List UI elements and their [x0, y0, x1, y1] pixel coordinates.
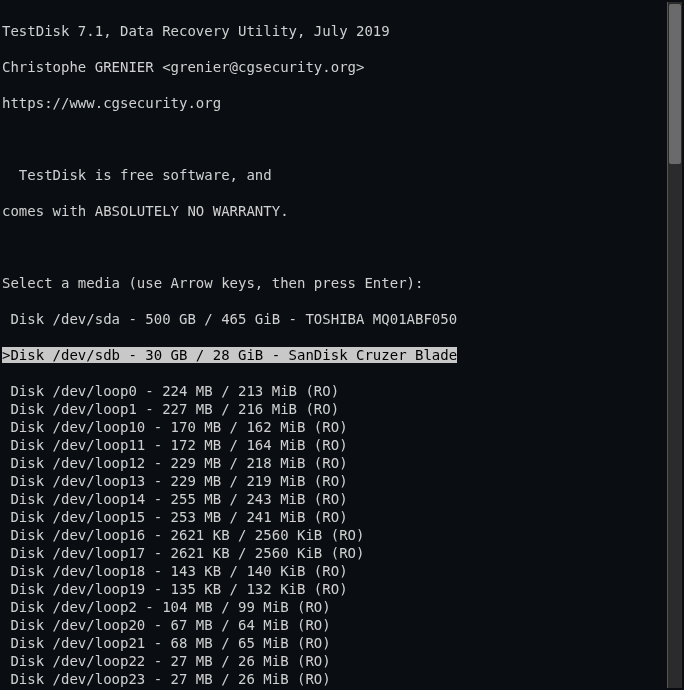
author-line: Christophe GRENIER <grenier@cgsecurity.o…	[2, 58, 684, 76]
media-item[interactable]: Disk /dev/loop16 - 2621 KB / 2560 KiB (R…	[2, 526, 684, 544]
media-item[interactable]: Disk /dev/loop20 - 67 MB / 64 MiB (RO)	[2, 616, 684, 634]
media-item-selected[interactable]: >Disk /dev/sdb - 30 GB / 28 GiB - SanDis…	[2, 346, 684, 364]
media-item[interactable]: Disk /dev/loop12 - 229 MB / 218 MiB (RO)	[2, 454, 684, 472]
prompt: Select a media (use Arrow keys, then pre…	[2, 274, 684, 292]
url-line: https://www.cgsecurity.org	[2, 94, 684, 112]
media-item[interactable]: Disk /dev/loop1 - 227 MB / 216 MiB (RO)	[2, 400, 684, 418]
media-item[interactable]: Disk /dev/loop17 - 2621 KB / 2560 KiB (R…	[2, 544, 684, 562]
media-item[interactable]: Disk /dev/loop10 - 170 MB / 162 MiB (RO)	[2, 418, 684, 436]
scroll-thumb[interactable]	[669, 4, 681, 164]
media-item[interactable]: Disk /dev/loop2 - 104 MB / 99 MiB (RO)	[2, 598, 684, 616]
media-item[interactable]: Disk /dev/loop18 - 143 KB / 140 KiB (RO)	[2, 562, 684, 580]
terminal-window: TestDisk 7.1, Data Recovery Utility, Jul…	[0, 0, 684, 690]
blank	[2, 130, 684, 148]
media-item[interactable]: Disk /dev/loop19 - 135 KB / 132 KiB (RO)	[2, 580, 684, 598]
intro-l2: comes with ABSOLUTELY NO WARRANTY.	[2, 202, 684, 220]
media-item[interactable]: Disk /dev/loop14 - 255 MB / 243 MiB (RO)	[2, 490, 684, 508]
blank	[2, 238, 684, 256]
media-item[interactable]: Disk /dev/sda - 500 GB / 465 GiB - TOSHI…	[2, 310, 684, 328]
media-item[interactable]: Disk /dev/loop22 - 27 MB / 26 MiB (RO)	[2, 652, 684, 670]
media-item[interactable]: Disk /dev/loop21 - 68 MB / 65 MiB (RO)	[2, 634, 684, 652]
media-item[interactable]: Disk /dev/loop13 - 229 MB / 219 MiB (RO)	[2, 472, 684, 490]
app-title: TestDisk 7.1, Data Recovery Utility, Jul…	[2, 22, 684, 40]
media-item[interactable]: Disk /dev/loop23 - 27 MB / 26 MiB (RO)	[2, 670, 684, 688]
scrollbar[interactable]	[667, 2, 682, 688]
media-item[interactable]: Disk /dev/loop0 - 224 MB / 213 MiB (RO)	[2, 382, 684, 400]
media-item[interactable]: Disk /dev/loop11 - 172 MB / 164 MiB (RO)	[2, 436, 684, 454]
media-item-selected-text: Disk /dev/sdb - 30 GB / 28 GiB - SanDisk…	[10, 347, 457, 363]
media-item[interactable]: Disk /dev/loop15 - 253 MB / 241 MiB (RO)	[2, 508, 684, 526]
intro-l1: TestDisk is free software, and	[2, 166, 684, 184]
